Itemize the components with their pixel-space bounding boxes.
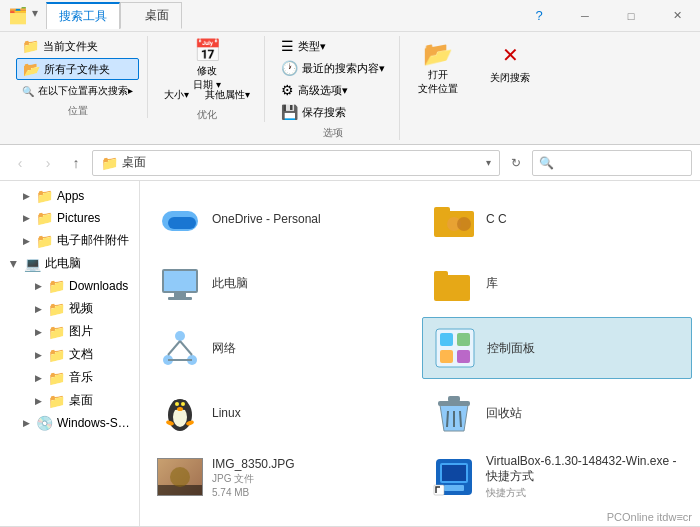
other-props-btn[interactable]: 其他属性▾ — [199, 86, 256, 104]
tab-desktop[interactable]: 桌面 — [120, 2, 182, 29]
sidebar-item-documents[interactable]: ▶ 📁 文档 — [0, 343, 139, 366]
thispc-icon — [156, 259, 204, 307]
file-grid: OneDrive - Personal C C — [148, 189, 692, 507]
lib-icon — [430, 259, 478, 307]
file-item-cc[interactable]: C C — [422, 189, 692, 249]
svg-rect-21 — [440, 350, 453, 363]
file-item-control-panel[interactable]: 控制面板 — [422, 317, 692, 379]
svg-line-34 — [447, 411, 448, 427]
quick-access-arrow[interactable]: ▾ — [32, 6, 38, 25]
svg-rect-7 — [164, 271, 196, 291]
virtualbox-icon — [430, 453, 478, 501]
type-btn[interactable]: ☰ 类型▾ — [275, 36, 391, 56]
svg-line-16 — [180, 341, 192, 355]
linux-icon — [156, 389, 204, 437]
recycle-icon — [430, 389, 478, 437]
sidebar-item-videos[interactable]: ▶ 📁 视频 — [0, 297, 139, 320]
svg-point-29 — [177, 407, 183, 411]
svg-rect-3 — [434, 207, 450, 215]
save-search-btn[interactable]: 💾 保存搜索 — [275, 102, 391, 122]
file-item-virtualbox[interactable]: VirtualBox-6.1.30-148432-Win.exe - 快捷方式 … — [422, 447, 692, 507]
file-area: OneDrive - Personal C C — [140, 181, 700, 526]
email-folder-icon: 📁 — [36, 233, 53, 249]
address-dropdown-arrow[interactable]: ▾ — [486, 157, 491, 168]
address-bar[interactable]: 📁 桌面 ▾ — [92, 150, 500, 176]
thispc-info: 此电脑 — [212, 275, 248, 292]
file-item-thispc[interactable]: 此电脑 — [148, 253, 418, 313]
forward-btn[interactable]: › — [36, 151, 60, 175]
advanced-options-btn[interactable]: ⚙ 高级选项▾ — [275, 80, 391, 100]
pictures2-folder-icon: 📁 — [48, 324, 65, 340]
optimize-label: 优化 — [197, 104, 217, 122]
search-icon: 🔍 — [539, 156, 554, 170]
sidebar-item-pictures[interactable]: ▶ 📁 Pictures — [0, 207, 139, 229]
close-search-btn[interactable]: ✕ 关闭搜索 — [484, 36, 536, 88]
virtualbox-desc: 快捷方式 — [486, 486, 684, 500]
sidebar-item-pictures2[interactable]: ▶ 📁 图片 — [0, 320, 139, 343]
linux-name: Linux — [212, 406, 241, 420]
this-pc-arrow: ▶ — [8, 258, 20, 270]
svg-point-12 — [175, 331, 185, 341]
lib-name: 库 — [486, 275, 498, 292]
svg-rect-39 — [442, 465, 466, 481]
ribbon-type-group: ☰ 类型▾ 🕐 最近的搜索内容▾ ⚙ 高级选项▾ 💾 保存搜索 选项 — [267, 36, 400, 140]
img-info: IMG_8350.JPG JPG 文件 5.74 MB — [212, 457, 295, 498]
navigation-bar: ‹ › ↑ 📁 桌面 ▾ ↻ 🔍 — [0, 145, 700, 181]
maximize-btn[interactable]: □ — [608, 0, 654, 32]
refresh-btn[interactable]: ↻ — [504, 151, 528, 175]
help-btn[interactable]: ? — [516, 0, 562, 32]
file-item-network[interactable]: 网络 — [148, 317, 418, 379]
music-label: 音乐 — [69, 369, 93, 386]
recent-search-btn[interactable]: 🕐 最近的搜索内容▾ — [275, 58, 391, 78]
open-location-btn[interactable]: 📂 打开文件位置 — [410, 36, 466, 100]
ribbon: 📁 当前文件夹 📂 所有子文件夹 🔍 在以下位置再次搜索▸ 位置 📅 修 — [0, 32, 700, 145]
svg-point-5 — [457, 217, 471, 231]
address-text: 桌面 — [122, 154, 146, 171]
cc-info: C C — [486, 212, 507, 226]
sidebar-item-email-attachments[interactable]: ▶ 📁 电子邮件附件 — [0, 229, 139, 252]
sidebar-item-windows-ssd[interactable]: ▶ 💿 Windows-SSD — [0, 412, 139, 434]
file-item-lib[interactable]: 库 — [422, 253, 692, 313]
thispc-name: 此电脑 — [212, 275, 248, 292]
pictures-arrow: ▶ — [20, 212, 32, 224]
onedrive-info: OneDrive - Personal — [212, 212, 321, 226]
tab-search-tool[interactable]: 搜索工具 — [46, 2, 120, 29]
file-item-linux[interactable]: Linux — [148, 383, 418, 443]
this-pc-label: 此电脑 — [45, 255, 81, 272]
network-info: 网络 — [212, 340, 236, 357]
svg-line-36 — [460, 411, 461, 427]
ssd-arrow: ▶ — [20, 417, 32, 429]
onedrive-name: OneDrive - Personal — [212, 212, 321, 226]
minimize-btn[interactable]: ─ — [562, 0, 608, 32]
cc-name: C C — [486, 212, 507, 226]
file-item-img[interactable]: IMG_8350.JPG JPG 文件 5.74 MB — [148, 447, 418, 507]
file-item-recycle[interactable]: 回收站 — [422, 383, 692, 443]
svg-rect-40 — [444, 485, 464, 491]
file-item-onedrive[interactable]: OneDrive - Personal — [148, 189, 418, 249]
svg-point-27 — [175, 402, 179, 406]
options-label: 选项 — [323, 122, 343, 140]
current-folder-btn[interactable]: 📁 当前文件夹 — [16, 36, 139, 56]
sidebar-item-desktop[interactable]: ▶ 📁 桌面 — [0, 389, 139, 412]
sidebar-item-music[interactable]: ▶ 📁 音乐 — [0, 366, 139, 389]
sidebar-item-this-pc[interactable]: ▶ 💻 此电脑 — [0, 252, 139, 275]
search-again-btn[interactable]: 🔍 在以下位置再次搜索▸ — [16, 82, 139, 100]
close-btn[interactable]: ✕ — [654, 0, 700, 32]
up-btn[interactable]: ↑ — [64, 151, 88, 175]
desktop-arrow: ▶ — [32, 395, 44, 407]
size-btn[interactable]: 大小▾ — [158, 86, 195, 104]
music-arrow: ▶ — [32, 372, 44, 384]
img-icon — [156, 453, 204, 501]
back-btn[interactable]: ‹ — [8, 151, 32, 175]
svg-rect-9 — [168, 297, 192, 300]
search-box[interactable]: 🔍 — [532, 150, 692, 176]
ribbon-open-group: 📂 打开文件位置 — [402, 36, 474, 100]
downloads-arrow: ▶ — [32, 280, 44, 292]
sidebar-item-apps[interactable]: ▶ 📁 Apps — [0, 185, 139, 207]
svg-rect-1 — [168, 217, 196, 229]
virtualbox-info: VirtualBox-6.1.30-148432-Win.exe - 快捷方式 … — [486, 454, 684, 500]
desktop-folder-icon: 📁 — [48, 393, 65, 409]
sidebar-item-downloads[interactable]: ▶ 📁 Downloads — [0, 275, 139, 297]
all-subfolders-btn[interactable]: 📂 所有子文件夹 — [16, 58, 139, 80]
control-panel-info: 控制面板 — [487, 340, 535, 357]
